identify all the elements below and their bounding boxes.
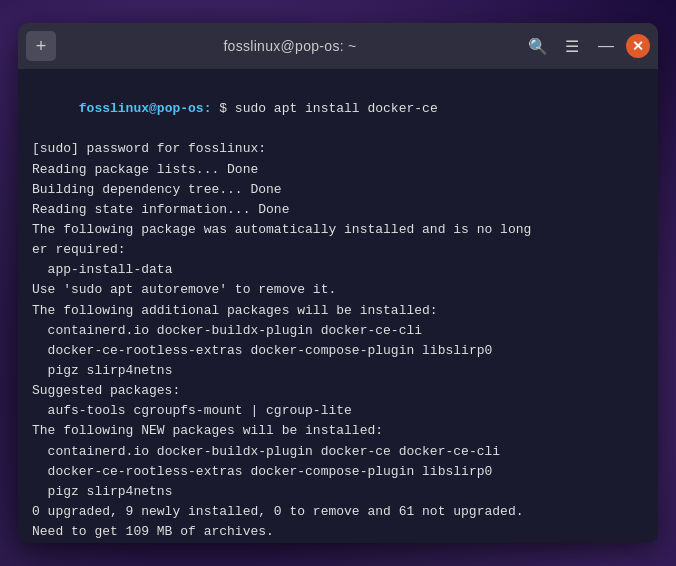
window-title: fosslinux@pop-os: ~ [223,38,356,54]
terminal-line: aufs-tools cgroupfs-mount | cgroup-lite [32,401,644,421]
search-button[interactable]: 🔍 [524,32,552,60]
terminal-line: Reading state information... Done [32,200,644,220]
command-line: fosslinux@pop-os: $ sudo apt install doc… [32,79,644,139]
terminal-line: docker-ce-rootless-extras docker-compose… [32,462,644,482]
close-button[interactable]: ✕ [626,34,650,58]
terminal-line: er required: [32,240,644,260]
terminal-line: containerd.io docker-buildx-plugin docke… [32,321,644,341]
terminal-line: app-install-data [32,260,644,280]
menu-button[interactable]: ☰ [558,32,586,60]
terminal-line: Suggested packages: [32,381,644,401]
title-bar: + fosslinux@pop-os: ~ 🔍 ☰ — ✕ [18,23,658,69]
title-controls: 🔍 ☰ — ✕ [524,32,650,60]
terminal-line: The following additional packages will b… [32,301,644,321]
terminal-line: Reading package lists... Done [32,160,644,180]
search-icon: 🔍 [528,37,548,56]
terminal-window: + fosslinux@pop-os: ~ 🔍 ☰ — ✕ fosslinux@… [18,23,658,543]
terminal-line: After this operation, 395 MB of addition… [32,542,644,543]
terminal-line: pigz slirp4netns [32,482,644,502]
prompt-dollar: $ [211,101,234,116]
terminal-line: containerd.io docker-buildx-plugin docke… [32,442,644,462]
title-left: + [26,31,56,61]
new-tab-button[interactable]: + [26,31,56,61]
terminal-output: [sudo] password for fosslinux:Reading pa… [32,139,644,543]
terminal-line: pigz slirp4netns [32,361,644,381]
terminal-body[interactable]: fosslinux@pop-os: $ sudo apt install doc… [18,69,658,543]
minimize-button[interactable]: — [592,32,620,60]
terminal-line: docker-ce-rootless-extras docker-compose… [32,341,644,361]
terminal-line: The following NEW packages will be insta… [32,421,644,441]
terminal-line: Use 'sudo apt autoremove' to remove it. [32,280,644,300]
terminal-line: Building dependency tree... Done [32,180,644,200]
prompt-user: fosslinux@pop-os: [79,101,212,116]
terminal-line: 0 upgraded, 9 newly installed, 0 to remo… [32,502,644,522]
prompt-command: sudo apt install docker-ce [235,101,438,116]
close-icon: ✕ [632,38,644,54]
terminal-line: [sudo] password for fosslinux: [32,139,644,159]
terminal-line: The following package was automatically … [32,220,644,240]
minimize-icon: — [598,37,614,55]
terminal-line: Need to get 109 MB of archives. [32,522,644,542]
new-tab-icon: + [36,36,47,57]
menu-icon: ☰ [565,37,579,56]
